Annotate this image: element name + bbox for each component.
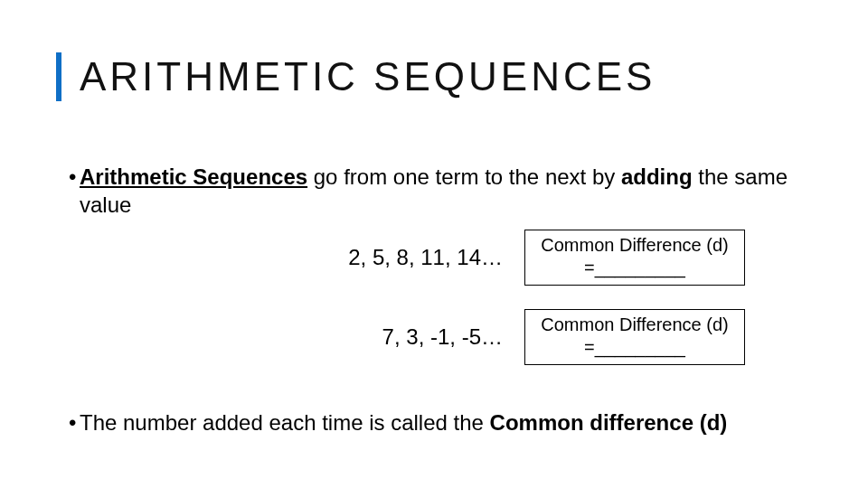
bullet-1: • Arithmetic Sequences go from one term …	[69, 163, 810, 219]
bullet-2-bold: Common difference (d)	[490, 410, 728, 435]
bullet-1-rest-a: go from one term to the next by	[307, 164, 621, 189]
difference-box-1: Common Difference (d) =_________	[524, 230, 745, 286]
bullet-1-bold: adding	[621, 164, 693, 189]
bullet-1-term: Arithmetic Sequences	[80, 164, 307, 189]
sequence-row-2: 7, 3, -1, -5… Common Difference (d) =___…	[69, 309, 810, 365]
bullet-1-text: Arithmetic Sequences go from one term to…	[80, 163, 810, 219]
slide-body: • Arithmetic Sequences go from one term …	[69, 163, 810, 446]
difference-box-1-line1: Common Difference (d)	[540, 234, 730, 257]
sequence-2: 7, 3, -1, -5…	[69, 324, 524, 350]
bullet-2: • The number added each time is called t…	[69, 408, 810, 436]
bullet-dot: •	[69, 408, 76, 436]
title-block: ARITHMETIC SEQUENCES	[56, 52, 656, 101]
difference-box-2: Common Difference (d) =_________	[524, 309, 745, 365]
accent-bar	[56, 52, 61, 101]
slide: ARITHMETIC SEQUENCES • Arithmetic Sequen…	[0, 0, 868, 488]
difference-box-2-line2: =_________	[540, 336, 730, 359]
difference-box-2-line1: Common Difference (d)	[540, 314, 730, 336]
bullet-dot: •	[69, 163, 76, 191]
sequence-1: 2, 5, 8, 11, 14…	[69, 245, 524, 270]
bullet-2-text: The number added each time is called the…	[80, 408, 810, 436]
sequence-row-1: 2, 5, 8, 11, 14… Common Difference (d) =…	[69, 230, 810, 286]
bullet-2-lead: The number added each time is called the	[80, 410, 490, 435]
difference-box-1-line2: =_________	[540, 257, 730, 279]
slide-title: ARITHMETIC SEQUENCES	[80, 52, 656, 101]
